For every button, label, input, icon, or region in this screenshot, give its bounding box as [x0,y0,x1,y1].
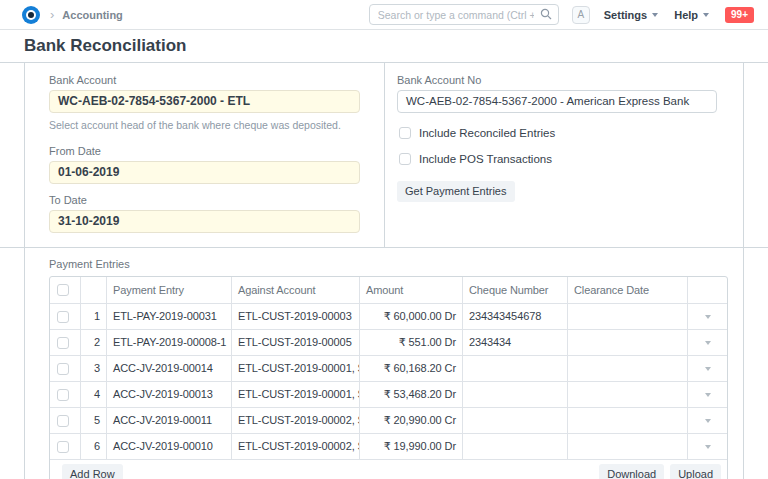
table-row: 1 ETL-PAY-2019-00031 ETL-CUST-2019-00003… [50,303,727,329]
cell-clearance-date[interactable] [567,407,687,433]
row-expand-button[interactable] [687,407,727,433]
row-index: 3 [80,355,106,381]
row-index: 1 [80,303,106,329]
cell-payment-entry[interactable]: ACC-JV-2019-00014 [106,355,231,381]
cell-clearance-date[interactable] [567,433,687,459]
chevron-down-icon [705,445,711,449]
payment-entries-label: Payment Entries [49,258,728,270]
row-expand-button[interactable] [687,355,727,381]
include-reconciled-entries-checkbox[interactable] [399,127,411,139]
cell-payment-entry[interactable]: ACC-JV-2019-00010 [106,433,231,459]
table-header-row: Payment Entry Against Account Amount Che… [50,277,727,303]
cell-cheque-number[interactable]: 234343454678 [462,303,567,329]
include-reconciled-entries-label: Include Reconciled Entries [419,127,555,139]
row-checkbox[interactable] [57,389,69,401]
help-menu[interactable]: Help [674,9,709,21]
column-header-cheque-number[interactable]: Cheque Number [462,277,567,303]
settings-menu[interactable]: Settings [604,9,658,21]
chevron-down-icon [705,367,711,371]
index-column-header [80,277,106,303]
cell-clearance-date[interactable] [567,329,687,355]
cell-payment-entry[interactable]: ACC-JV-2019-00011 [106,407,231,433]
cell-amount[interactable]: ₹ 60,168.20 Cr [359,355,462,381]
chevron-down-icon [705,315,711,319]
row-checkbox[interactable] [57,415,69,427]
bank-account-label: Bank Account [49,74,360,86]
chevron-down-icon [705,393,711,397]
get-payment-entries-button[interactable]: Get Payment Entries [397,181,515,202]
cell-payment-entry[interactable]: ETL-PAY-2019-00031 [106,303,231,329]
form-left-column: Bank Account WC-AEB-02-7854-5367-2000 - … [25,63,384,247]
table-row: 2 ETL-PAY-2019-00008-1 ETL-CUST-2019-000… [50,329,727,355]
search-input[interactable] [369,4,559,25]
include-pos-transactions-label: Include POS Transactions [419,153,552,165]
column-header-payment-entry[interactable]: Payment Entry [106,277,231,303]
cell-against-account[interactable]: ETL-CUST-2019-00001, S... [231,381,359,407]
chevron-down-icon [703,13,709,17]
row-index: 4 [80,381,106,407]
column-header-against-account[interactable]: Against Account [231,277,359,303]
breadcrumb[interactable]: Accounting [62,9,123,21]
row-checkbox[interactable] [57,441,69,453]
cell-amount[interactable]: ₹ 551.00 Dr [359,329,462,355]
help-label: Help [674,9,698,21]
add-row-button[interactable]: Add Row [62,464,123,479]
cell-against-account[interactable]: ETL-CUST-2019-00003 [231,303,359,329]
cell-amount[interactable]: ₹ 20,990.00 Cr [359,407,462,433]
column-header-actions [687,277,727,303]
cell-amount[interactable]: ₹ 60,000.00 Dr [359,303,462,329]
row-expand-button[interactable] [687,381,727,407]
cell-payment-entry[interactable]: ETL-PAY-2019-00008-1 [106,329,231,355]
to-date-field[interactable]: 31-10-2019 [49,210,360,233]
cell-against-account[interactable]: ETL-CUST-2019-00002, S... [231,407,359,433]
table-row: 3 ACC-JV-2019-00014 ETL-CUST-2019-00001,… [50,355,727,381]
navbar: › Accounting A Settings Help 99+ [0,0,768,30]
notification-badge[interactable]: 99+ [725,7,754,23]
table-row: 6 ACC-JV-2019-00010 ETL-CUST-2019-00002,… [50,433,727,459]
upload-button[interactable]: Upload [670,464,721,479]
column-header-amount[interactable]: Amount [359,277,462,303]
bank-account-no-label: Bank Account No [397,74,717,86]
cell-cheque-number[interactable] [462,433,567,459]
cell-cheque-number[interactable] [462,355,567,381]
cell-against-account[interactable]: ETL-CUST-2019-00001, S... [231,355,359,381]
chevron-down-icon [705,341,711,345]
cell-against-account[interactable]: ETL-CUST-2019-00005 [231,329,359,355]
app-logo-icon[interactable] [22,6,40,24]
cell-clearance-date[interactable] [567,355,687,381]
row-expand-button[interactable] [687,329,727,355]
cell-cheque-number[interactable] [462,407,567,433]
to-date-label: To Date [49,194,360,206]
cell-clearance-date[interactable] [567,381,687,407]
row-index: 5 [80,407,106,433]
payment-entries-table: Payment Entry Against Account Amount Che… [49,276,728,479]
cell-amount[interactable]: ₹ 53,468.20 Dr [359,381,462,407]
app-logo-inner-ring [26,10,36,20]
search-icon [540,8,552,20]
bank-account-no-field[interactable]: WC-AEB-02-7854-5367-2000 - American Expr… [397,90,717,113]
avatar[interactable]: A [572,6,590,24]
cell-amount[interactable]: ₹ 19,990.00 Dr [359,433,462,459]
app-logo-dot [28,12,34,18]
page-title: Bank Reconciliation [24,36,186,56]
cell-payment-entry[interactable]: ACC-JV-2019-00013 [106,381,231,407]
include-pos-transactions-checkbox[interactable] [399,153,411,165]
column-header-clearance-date[interactable]: Clearance Date [567,277,687,303]
chevron-down-icon [705,419,711,423]
row-expand-button[interactable] [687,433,727,459]
row-expand-button[interactable] [687,303,727,329]
from-date-label: From Date [49,145,360,157]
row-checkbox[interactable] [57,363,69,375]
cell-cheque-number[interactable]: 2343434 [462,329,567,355]
row-checkbox[interactable] [57,337,69,349]
cell-cheque-number[interactable] [462,381,567,407]
cell-clearance-date[interactable] [567,303,687,329]
download-button[interactable]: Download [599,464,664,479]
bank-account-field[interactable]: WC-AEB-02-7854-5367-2000 - ETL [49,90,360,113]
from-date-field[interactable]: 01-06-2019 [49,161,360,184]
select-all-checkbox[interactable] [57,284,69,296]
cell-against-account[interactable]: ETL-CUST-2019-00002, S... [231,433,359,459]
table-row: 5 ACC-JV-2019-00011 ETL-CUST-2019-00002,… [50,407,727,433]
row-checkbox[interactable] [57,311,69,323]
form-section: Bank Account WC-AEB-02-7854-5367-2000 - … [0,62,768,247]
